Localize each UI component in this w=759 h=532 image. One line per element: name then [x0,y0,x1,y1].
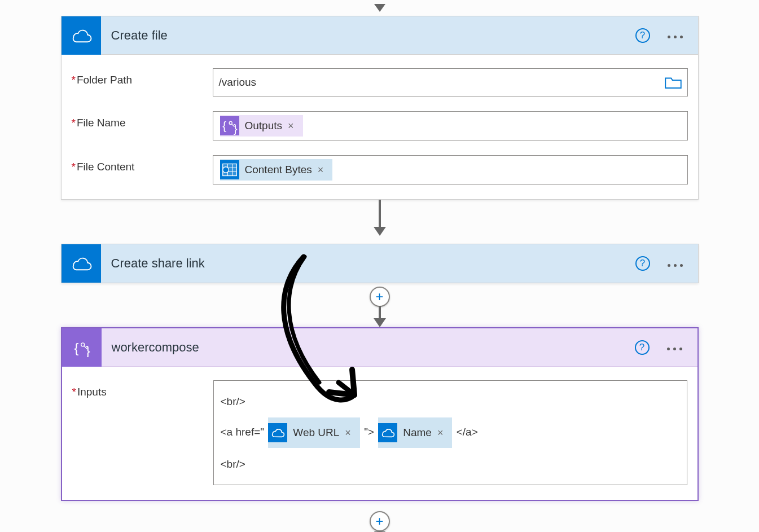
token-web-url[interactable]: Web URL × [268,417,360,447]
token-label: Outputs [245,120,287,132]
more-menu-icon[interactable] [663,29,688,41]
code-text: </a> [457,426,478,438]
compose-icon: {} [220,116,239,135]
more-menu-icon[interactable] [662,341,687,353]
field-label: *File Content [72,155,213,173]
flow-canvas: Create file ? *Folder Path /various *Fil… [61,6,699,532]
field-label: *File Name [72,111,213,129]
file-content-input[interactable]: Content Bytes × [213,155,688,184]
field-row-file-name: *File Name {} Outputs × [72,111,688,140]
file-name-input[interactable]: {} Outputs × [213,111,688,140]
token-name[interactable]: Name × [378,417,452,447]
svg-text:{: { [222,120,226,132]
token-remove-icon[interactable]: × [287,120,296,132]
step-create-file[interactable]: Create file ? *Folder Path /various *Fil… [61,16,699,200]
onedrive-icon [268,423,287,442]
step-header[interactable]: {} workercompose ? [62,328,697,367]
field-row-inputs: *Inputs <br/> <a href=" Web URL × "> [72,380,687,485]
field-row-folder-path: *Folder Path /various [72,68,688,96]
svg-text:{: { [74,340,78,355]
connector [61,200,699,244]
onedrive-icon [378,423,397,442]
field-label: *Inputs [72,380,213,398]
inputs-field[interactable]: <br/> <a href=" Web URL × "> [213,380,687,485]
token-outputs[interactable]: {} Outputs × [220,115,303,137]
svg-text:}: } [85,342,90,357]
code-text: <br/> [221,458,245,470]
token-remove-icon[interactable]: × [317,164,326,176]
field-label: *Folder Path [72,68,213,86]
step-title: workercompose [102,340,635,355]
folder-path-input[interactable]: /various [213,68,688,96]
connector: + [61,283,699,327]
help-icon[interactable]: ? [635,340,650,355]
outlook-icon [220,160,239,179]
code-text: "> [364,426,374,438]
step-header[interactable]: Create file ? [62,16,698,55]
svg-text:}: } [233,122,237,135]
step-create-share-link[interactable]: Create share link ? [61,244,699,283]
add-step-button[interactable]: + [370,511,390,531]
folder-path-value: /various [219,76,257,89]
help-icon[interactable]: ? [635,256,650,271]
token-label: Web URL [293,419,344,446]
token-label: Name [403,419,436,446]
connector-dangle-top [61,6,699,16]
step-title: Create file [101,28,635,43]
step-body: *Inputs <br/> <a href=" Web URL × "> [62,367,697,500]
help-icon[interactable]: ? [635,28,650,43]
svg-marker-0 [374,4,385,12]
folder-picker-icon[interactable] [665,76,682,92]
step-body: *Folder Path /various *File Name {} Outp… [62,55,698,199]
onedrive-icon [62,244,101,283]
step-title: Create share link [101,256,635,271]
step-header[interactable]: Create share link ? [62,244,698,283]
token-remove-icon[interactable]: × [344,420,353,446]
field-row-file-content: *File Content Content Bytes × [72,155,688,184]
compose-icon: {} [62,328,102,367]
step-workercompose[interactable]: {} workercompose ? *Inputs <br/> <a href… [61,327,699,501]
svg-point-11 [222,167,229,173]
add-step-button[interactable]: + [370,287,390,307]
code-text: <br/> [221,395,245,407]
token-label: Content Bytes [245,164,317,176]
token-remove-icon[interactable]: × [436,420,446,446]
token-content-bytes[interactable]: Content Bytes × [220,159,333,181]
onedrive-icon [62,16,101,55]
more-menu-icon[interactable] [663,258,688,270]
connector-bottom: + [61,501,699,532]
code-text: <a href=" [221,426,265,438]
